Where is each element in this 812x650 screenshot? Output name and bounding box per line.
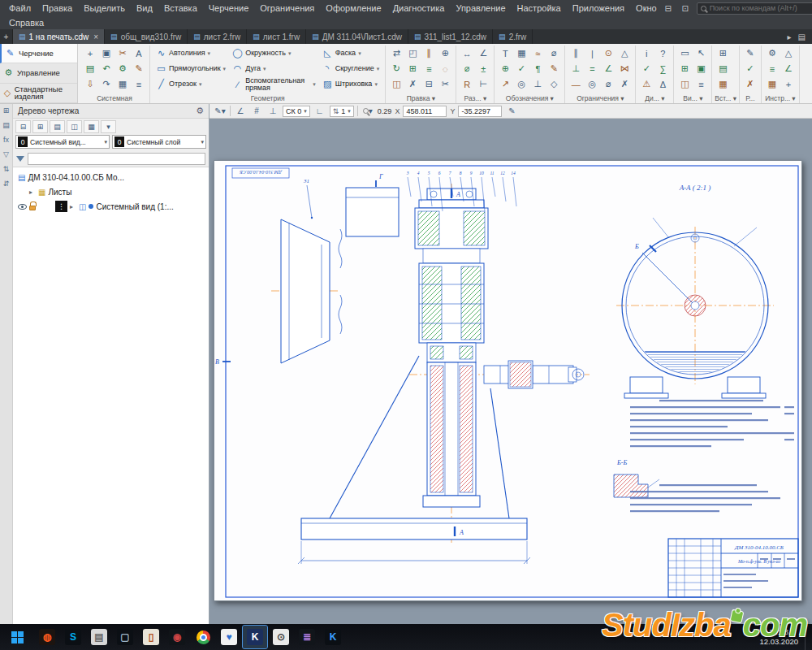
current-style-button[interactable]: ✎▾ bbox=[214, 105, 227, 117]
insert-table-icon[interactable]: ▦ bbox=[715, 76, 731, 92]
thumbnails-icon[interactable]: ▦ bbox=[84, 120, 99, 133]
y-coordinate-field[interactable]: -35.2297 bbox=[458, 106, 502, 117]
chrome-icon[interactable] bbox=[191, 626, 215, 648]
tolerance-icon[interactable]: ± bbox=[475, 61, 491, 76]
file-explorer-icon[interactable]: ▤ bbox=[87, 626, 111, 648]
preview-icon[interactable]: ◫ bbox=[67, 120, 82, 133]
menu-item[interactable]: Настройка bbox=[512, 3, 567, 13]
angle-constraint-icon[interactable]: ∠ bbox=[600, 61, 616, 76]
close-tab-icon[interactable]: × bbox=[93, 32, 98, 41]
current-layer-select[interactable]: 0 Системный слой ▾ bbox=[112, 135, 206, 149]
menu-item[interactable]: Оформление bbox=[320, 3, 387, 13]
text-icon[interactable]: T bbox=[497, 46, 513, 61]
break-icon[interactable]: ⊟ bbox=[421, 76, 437, 92]
angle-tool-icon[interactable]: ∠ bbox=[780, 61, 797, 76]
angular-dimension-icon[interactable]: ∠ bbox=[475, 46, 491, 61]
command-search[interactable] bbox=[697, 2, 812, 15]
redo-icon[interactable]: ↷ bbox=[98, 76, 114, 92]
tree-item-sheets[interactable]: ▸ ▦ Листы bbox=[13, 184, 209, 199]
menu-item[interactable]: Окно bbox=[630, 3, 663, 13]
table-icon[interactable]: ▦ bbox=[513, 46, 529, 61]
document-tab[interactable]: ▤лист 1.frw bbox=[247, 29, 306, 44]
warning-icon[interactable]: ⚠ bbox=[638, 76, 654, 92]
new-document-icon[interactable]: + bbox=[82, 46, 98, 61]
perpendicularity-icon[interactable]: ⊥ bbox=[529, 76, 546, 92]
document-tab[interactable]: ▤1 на печать.cdw× bbox=[13, 29, 105, 44]
deviation-icon[interactable]: Δ bbox=[654, 76, 671, 92]
document-tab[interactable]: ▤общ_вид310.frw bbox=[105, 29, 188, 44]
move-icon[interactable]: ⇄ bbox=[388, 46, 404, 61]
kompas-search-icon[interactable]: ⊙ bbox=[269, 626, 293, 648]
menu-item[interactable]: Вид bbox=[131, 3, 158, 13]
document-tab[interactable]: ▤311_list1_12.cdw bbox=[408, 29, 493, 44]
collapse-all-icon[interactable]: ⊟ bbox=[15, 120, 31, 133]
offset-icon[interactable]: ∥ bbox=[421, 46, 437, 61]
drawing-sheet[interactable]: ДМ 310-04.10.00.СБ bbox=[214, 160, 802, 601]
leader-icon[interactable]: ↗ bbox=[497, 76, 513, 92]
autoline-tool[interactable]: ∿Автолиния▾ bbox=[153, 46, 229, 61]
filter-panel-icon[interactable]: ▽ bbox=[3, 150, 9, 158]
local-view-icon[interactable]: ▣ bbox=[693, 61, 709, 76]
settings-icon[interactable]: ⚙ bbox=[114, 61, 131, 76]
vertical-constraint-icon[interactable]: | bbox=[584, 46, 600, 61]
linear-dimension-icon[interactable]: ↔ bbox=[459, 46, 475, 61]
check-icon[interactable]: ✓ bbox=[638, 61, 654, 76]
wavy-line-icon[interactable]: ≈ bbox=[529, 46, 546, 61]
symmetric-constraint-icon[interactable]: △ bbox=[616, 46, 633, 61]
review-icon[interactable]: ✎ bbox=[742, 46, 758, 61]
construction-line-tool[interactable]: ∕Вспомогательная прямая▾ bbox=[229, 76, 319, 92]
view-arrow-icon[interactable]: ↖ bbox=[693, 46, 709, 61]
approve-icon[interactable]: ✓ bbox=[742, 61, 758, 76]
insert-sheet-icon[interactable]: ▤ bbox=[715, 61, 731, 76]
reject-icon[interactable]: ✗ bbox=[742, 76, 758, 92]
projection-view-icon[interactable]: ◫ bbox=[676, 76, 693, 92]
tangent-constraint-icon[interactable]: ⋈ bbox=[616, 61, 633, 76]
menu-item[interactable]: Вставка bbox=[158, 3, 203, 13]
menu-item[interactable]: Черчение bbox=[203, 3, 255, 13]
horizontal-constraint-icon[interactable]: — bbox=[568, 76, 584, 92]
cut-icon[interactable]: ✂ bbox=[114, 46, 131, 61]
tree-panel-icon[interactable]: ⊞ bbox=[3, 106, 10, 115]
kompas-icon[interactable]: K bbox=[243, 626, 267, 648]
grid-snap-button[interactable]: # bbox=[250, 105, 263, 117]
current-view-select[interactable]: 0 Системный вид... ▾ bbox=[15, 135, 110, 149]
tree-item-system-view[interactable]: ⋮ ▸ ◫ Системный вид (1:... bbox=[13, 199, 209, 214]
perpendicular-constraint-icon[interactable]: ⊥ bbox=[568, 61, 584, 76]
help-icon[interactable]: ? bbox=[654, 46, 671, 61]
chamfer-tool[interactable]: ◺Фаска▾ bbox=[319, 46, 383, 61]
gear-icon[interactable]: ⚙ bbox=[196, 106, 204, 116]
media-app-icon[interactable]: ◉ bbox=[165, 626, 189, 648]
document-tab[interactable]: ▤2.frw bbox=[493, 29, 533, 44]
info-icon[interactable]: i bbox=[638, 46, 654, 61]
baseline-dimension-icon[interactable]: ⊢ bbox=[475, 76, 491, 92]
circle-tool[interactable]: ◯Окружность▾ bbox=[229, 46, 319, 61]
concentric-constraint-icon[interactable]: ◎ bbox=[584, 76, 600, 92]
ribbon-group-label[interactable]: Вст... ▾ bbox=[715, 93, 736, 103]
rail-item[interactable]: ⚙Управление bbox=[0, 63, 77, 83]
paragraph-icon[interactable]: ¶ bbox=[529, 61, 546, 76]
tools-grid-icon[interactable]: ▦ bbox=[764, 76, 780, 92]
segment-tool[interactable]: ╱Отрезок▾ bbox=[153, 76, 229, 92]
ribbon-group-label[interactable]: Ди... ▾ bbox=[638, 93, 671, 103]
center-mark-icon[interactable]: ⊕ bbox=[497, 61, 513, 76]
rotate-icon[interactable]: ↻ bbox=[388, 61, 404, 76]
radius-dimension-icon[interactable]: R bbox=[459, 76, 475, 92]
heart-app-icon[interactable]: ♥ bbox=[217, 626, 241, 648]
datum-icon[interactable]: ◎ bbox=[513, 76, 529, 92]
rounding-button[interactable]: ▾ bbox=[361, 105, 374, 117]
sum-icon[interactable]: ∑ bbox=[654, 61, 671, 76]
menu-item[interactable]: Приложения bbox=[567, 3, 630, 13]
scroll-tabs-right-icon[interactable]: ▸ bbox=[788, 32, 792, 41]
history-panel-icon[interactable]: ⇅ bbox=[3, 165, 10, 173]
equal-constraint-icon[interactable]: = bbox=[584, 61, 600, 76]
ribbon-group-label[interactable]: Обозначения ▾ bbox=[497, 93, 562, 103]
document-tab[interactable]: ▤ДМ 311.04\Лист1.cdw bbox=[306, 29, 408, 44]
expand-all-icon[interactable]: ⊞ bbox=[32, 120, 48, 133]
coordinate-system-select[interactable]: СК 0▾ bbox=[283, 106, 310, 117]
trim-icon[interactable]: ✂ bbox=[437, 76, 453, 92]
parallel-constraint-icon[interactable]: ∥ bbox=[568, 46, 584, 61]
layout-icon[interactable]: ⊟ bbox=[663, 4, 674, 13]
ribbon-group-label[interactable]: Раз... ▾ bbox=[459, 93, 491, 103]
app-window-icon[interactable]: ▢ bbox=[113, 626, 137, 648]
ortho-button[interactable]: ⊥ bbox=[266, 105, 279, 117]
